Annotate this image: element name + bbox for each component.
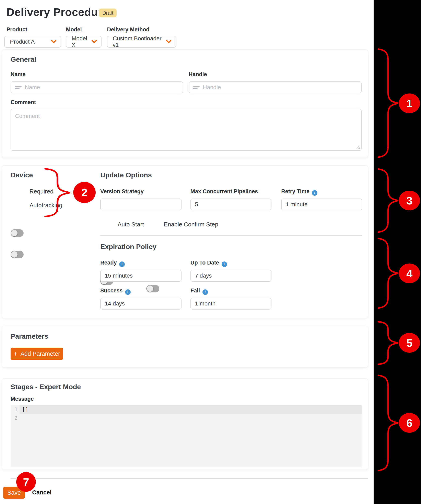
- retry-time-label-text: Retry Time: [281, 188, 310, 194]
- success-field: [100, 298, 181, 310]
- cancel-link[interactable]: Cancel: [32, 489, 52, 496]
- autotracking-toggle[interactable]: [11, 251, 23, 258]
- version-strategy-input[interactable]: [104, 201, 177, 208]
- delivery-procedure-page: Delivery Procedure Draft Product Model D…: [0, 0, 421, 504]
- model-label: Model: [66, 26, 82, 33]
- info-icon[interactable]: i: [202, 289, 208, 295]
- retry-time-input[interactable]: [285, 201, 358, 208]
- update-options-heading: Update Options: [100, 171, 152, 179]
- message-label: Message: [11, 396, 34, 402]
- info-icon[interactable]: i: [125, 289, 131, 295]
- line-code: []: [22, 407, 28, 413]
- toggle-knob: [147, 286, 153, 292]
- text-lines-icon: [193, 85, 200, 89]
- toggle-knob: [11, 251, 18, 258]
- info-icon[interactable]: i: [222, 261, 227, 267]
- annotation-circle-1: 1: [399, 93, 420, 113]
- delivery-method-select-value: Custom Bootloader v1: [113, 35, 166, 48]
- page-title: Delivery Procedure: [6, 6, 108, 18]
- annotation-brace-6: [375, 374, 400, 472]
- annotation-circle-7: 7: [16, 472, 36, 492]
- line-number: 1: [11, 407, 18, 412]
- footer-divider: [11, 478, 368, 479]
- max-concurrent-field: [190, 198, 271, 210]
- version-strategy-field: [100, 198, 181, 210]
- info-icon[interactable]: i: [312, 190, 317, 196]
- handle-input[interactable]: [202, 84, 357, 91]
- success-label: Successi: [100, 288, 131, 295]
- general-heading: General: [11, 55, 36, 63]
- parameters-card: [2, 326, 368, 368]
- model-select[interactable]: Model X: [66, 36, 102, 48]
- ready-label-text: Ready: [100, 260, 117, 266]
- chevron-down-icon: [51, 38, 57, 45]
- chevron-down-icon: [166, 38, 171, 45]
- product-label: Product: [6, 26, 27, 33]
- fail-field: [190, 298, 271, 310]
- success-input[interactable]: [104, 300, 177, 307]
- expiration-policy-heading: Expiration Policy: [100, 243, 157, 251]
- name-input[interactable]: [24, 84, 179, 91]
- up-to-date-label: Up To Datei: [190, 260, 227, 267]
- delivery-method-select[interactable]: Custom Bootloader v1: [107, 36, 176, 48]
- info-icon[interactable]: i: [119, 261, 125, 267]
- product-select-value: Product A: [10, 38, 35, 45]
- annotation-brace-1: [375, 48, 400, 158]
- device-heading: Device: [11, 171, 33, 179]
- ready-label: Readyi: [100, 260, 125, 267]
- handle-field-wrap: [189, 81, 362, 93]
- ready-input[interactable]: [104, 272, 177, 279]
- section-divider: [100, 235, 362, 236]
- line-number: 2: [11, 415, 18, 421]
- annotation-circle-2: 2: [73, 182, 96, 203]
- max-concurrent-label: Max Concurrent Pipelines: [190, 188, 258, 195]
- add-parameter-button[interactable]: + Add Parameter: [11, 348, 63, 360]
- fail-label-text: Fail: [190, 288, 200, 294]
- comment-label: Comment: [11, 99, 36, 106]
- fail-label: Faili: [190, 288, 208, 295]
- message-code-editor[interactable]: 1 [] 2: [11, 405, 362, 467]
- text-lines-icon: [15, 85, 22, 89]
- save-button-label: Save: [7, 489, 21, 496]
- editor-line[interactable]: 2: [11, 414, 362, 422]
- name-field-wrap: [11, 81, 183, 93]
- annotation-circle-5: 5: [399, 333, 420, 353]
- fail-input[interactable]: [194, 300, 267, 307]
- annotation-brace-5: [375, 321, 400, 366]
- product-select[interactable]: Product A: [4, 36, 61, 48]
- plus-icon: +: [14, 350, 18, 358]
- name-label: Name: [11, 71, 26, 78]
- retry-time-label: Retry Timei: [281, 188, 317, 196]
- annotation-circle-3: 3: [399, 191, 420, 210]
- active-line-highlight: [19, 405, 362, 414]
- toggle-knob: [11, 230, 18, 236]
- add-parameter-button-label: Add Parameter: [20, 350, 60, 357]
- ready-field: [100, 270, 181, 282]
- enable-confirm-toggle[interactable]: [146, 285, 159, 292]
- required-toggle[interactable]: [11, 229, 23, 237]
- chevron-down-icon: [91, 38, 97, 45]
- retry-time-field: [281, 198, 362, 210]
- enable-confirm-label: Enable Confirm Step: [164, 221, 218, 228]
- success-label-text: Success: [100, 288, 123, 294]
- max-concurrent-input[interactable]: [194, 201, 267, 208]
- annotation-brace-4: [375, 237, 400, 309]
- delivery-method-label: Delivery Method: [107, 26, 150, 33]
- comment-field-wrap: [11, 109, 362, 151]
- status-badge: Draft: [99, 9, 117, 17]
- up-to-date-input[interactable]: [194, 272, 267, 279]
- annotation-brace-3: [375, 168, 400, 233]
- up-to-date-label-text: Up To Date: [190, 260, 219, 266]
- parameters-heading: Parameters: [11, 332, 48, 340]
- annotation-brace-2: [42, 168, 72, 218]
- annotation-circle-4: 4: [399, 264, 420, 283]
- up-to-date-field: [190, 270, 271, 282]
- editor-line[interactable]: 1 []: [11, 405, 362, 414]
- handle-label: Handle: [189, 71, 207, 78]
- stages-heading: Stages - Expert Mode: [11, 383, 81, 391]
- version-strategy-label: Version Strategy: [100, 188, 144, 195]
- annotation-circle-6: 6: [399, 413, 420, 433]
- comment-textarea[interactable]: [11, 109, 361, 150]
- resize-handle-icon[interactable]: [356, 144, 360, 149]
- auto-start-label: Auto Start: [118, 221, 144, 228]
